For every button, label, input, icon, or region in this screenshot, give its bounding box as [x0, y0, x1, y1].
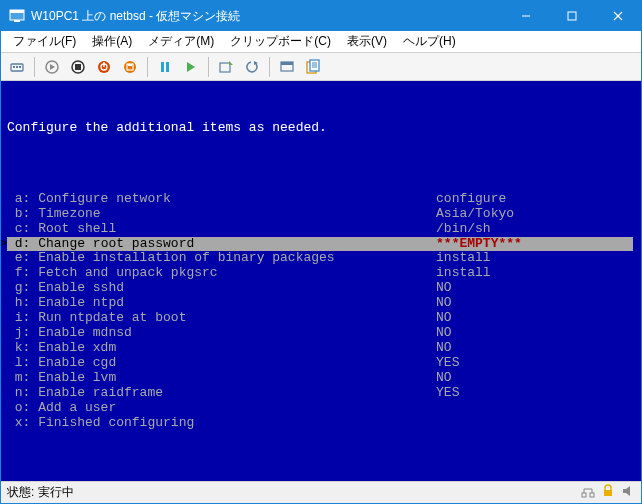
svg-rect-2	[14, 20, 20, 22]
toolbar-separator	[147, 57, 148, 77]
toolbar-separator	[269, 57, 270, 77]
svg-marker-25	[229, 61, 233, 65]
config-item-n[interactable]: n: Enable raidframeYES	[7, 386, 633, 401]
terminal-header: Configure the additional items as needed…	[7, 121, 633, 136]
config-item-l[interactable]: l: Enable cgdYES	[7, 356, 633, 371]
save-button[interactable]	[118, 55, 142, 79]
status-text: 状態: 実行中	[7, 484, 74, 501]
maximize-button[interactable]	[549, 1, 595, 31]
config-item-value: /bin/sh	[436, 222, 633, 237]
lock-icon	[601, 484, 615, 501]
pause-button[interactable]	[153, 55, 177, 79]
svg-rect-10	[19, 66, 21, 68]
config-item-value: ***EMPTY***	[436, 237, 633, 252]
menu-action[interactable]: 操作(A)	[84, 31, 140, 52]
menu-help[interactable]: ヘルプ(H)	[395, 31, 464, 52]
close-button[interactable]	[595, 1, 641, 31]
config-item-j[interactable]: j: Enable mdnsdNO	[7, 326, 633, 341]
network-icon	[581, 484, 595, 501]
config-item-value	[436, 401, 633, 416]
svg-point-18	[124, 61, 136, 73]
svg-rect-4	[568, 12, 576, 20]
config-item-value: install	[436, 251, 633, 266]
svg-marker-40	[623, 486, 630, 496]
config-item-label: l: Enable cgd	[7, 356, 436, 371]
config-item-value: configure	[436, 192, 633, 207]
config-item-label: f: Fetch and unpack pkgsrc	[7, 266, 436, 281]
config-item-a[interactable]: a: Configure networkconfigure	[7, 192, 633, 207]
config-item-label: h: Enable ntpd	[7, 296, 436, 311]
config-item-label: g: Enable sshd	[7, 281, 436, 296]
minimize-button[interactable]	[503, 1, 549, 31]
menu-file[interactable]: ファイル(F)	[5, 31, 84, 52]
config-item-label: n: Enable raidframe	[7, 386, 436, 401]
config-item-value: NO	[436, 311, 633, 326]
svg-rect-22	[166, 62, 169, 72]
svg-rect-39	[604, 490, 612, 496]
svg-rect-35	[590, 493, 594, 497]
config-item-b[interactable]: b: TimezoneAsia/Tokyo	[7, 207, 633, 222]
checkpoint-button[interactable]	[214, 55, 238, 79]
config-item-i[interactable]: i: Run ntpdate at bootNO	[7, 311, 633, 326]
config-item-k[interactable]: k: Enable xdmNO	[7, 341, 633, 356]
config-item-x[interactable]: x: Finished configuring	[7, 416, 633, 431]
config-item-label: i: Run ntpdate at boot	[7, 311, 436, 326]
svg-rect-9	[16, 66, 18, 68]
shutdown-button[interactable]	[92, 55, 116, 79]
config-item-label: a: Configure network	[7, 192, 436, 207]
toolbar-separator	[208, 57, 209, 77]
menu-media[interactable]: メディア(M)	[140, 31, 222, 52]
config-item-value: NO	[436, 341, 633, 356]
config-item-label: e: Enable installation of binary package…	[7, 251, 436, 266]
app-icon	[9, 8, 25, 24]
config-item-label: b: Timezone	[7, 207, 436, 222]
menu-bar: ファイル(F) 操作(A) メディア(M) クリップボード(C) 表示(V) ヘ…	[1, 31, 641, 53]
config-item-value: NO	[436, 326, 633, 341]
turnoff-button[interactable]	[66, 55, 90, 79]
config-item-e[interactable]: e: Enable installation of binary package…	[7, 251, 633, 266]
speaker-icon	[621, 484, 635, 501]
config-item-label: c: Root shell	[7, 222, 436, 237]
revert-button[interactable]	[240, 55, 264, 79]
config-item-value: YES	[436, 356, 633, 371]
config-item-label: d: Change root password	[7, 237, 436, 252]
config-item-d[interactable]: d: Change root password***EMPTY***	[7, 237, 633, 252]
config-item-value: YES	[436, 386, 633, 401]
svg-rect-24	[220, 63, 230, 72]
enhanced-session-button[interactable]	[275, 55, 299, 79]
config-item-value: NO	[436, 296, 633, 311]
svg-rect-34	[582, 493, 586, 497]
terminal-screen[interactable]: Configure the additional items as needed…	[1, 81, 641, 481]
config-item-h[interactable]: h: Enable ntpdNO	[7, 296, 633, 311]
menu-clipboard[interactable]: クリップボード(C)	[222, 31, 339, 52]
config-item-g[interactable]: g: Enable sshdNO	[7, 281, 633, 296]
window-title: W10PC1 上の netbsd - 仮想マシン接続	[31, 8, 503, 25]
config-item-c[interactable]: c: Root shell/bin/sh	[7, 222, 633, 237]
ctrl-alt-del-button[interactable]	[5, 55, 29, 79]
config-item-label: m: Enable lvm	[7, 371, 436, 386]
svg-marker-23	[187, 62, 195, 72]
config-item-label: j: Enable mdnsd	[7, 326, 436, 341]
svg-rect-28	[281, 62, 293, 65]
tool-bar	[1, 53, 641, 81]
config-item-o[interactable]: o: Add a user	[7, 401, 633, 416]
svg-rect-20	[128, 64, 132, 66]
reset-button[interactable]	[179, 55, 203, 79]
config-item-f[interactable]: f: Fetch and unpack pkgsrcinstall	[7, 266, 633, 281]
config-item-value: NO	[436, 281, 633, 296]
config-item-value: Asia/Tokyo	[436, 207, 633, 222]
svg-rect-1	[10, 10, 24, 13]
svg-rect-8	[13, 66, 15, 68]
share-button[interactable]	[301, 55, 325, 79]
config-item-label: k: Enable xdm	[7, 341, 436, 356]
config-item-m[interactable]: m: Enable lvmNO	[7, 371, 633, 386]
toolbar-separator	[34, 57, 35, 77]
config-item-value	[436, 416, 633, 431]
config-item-label: x: Finished configuring	[7, 416, 436, 431]
title-bar: W10PC1 上の netbsd - 仮想マシン接続	[1, 1, 641, 31]
start-button[interactable]	[40, 55, 64, 79]
menu-view[interactable]: 表示(V)	[339, 31, 395, 52]
config-item-label: o: Add a user	[7, 401, 436, 416]
config-item-value: NO	[436, 371, 633, 386]
svg-rect-14	[75, 64, 81, 70]
